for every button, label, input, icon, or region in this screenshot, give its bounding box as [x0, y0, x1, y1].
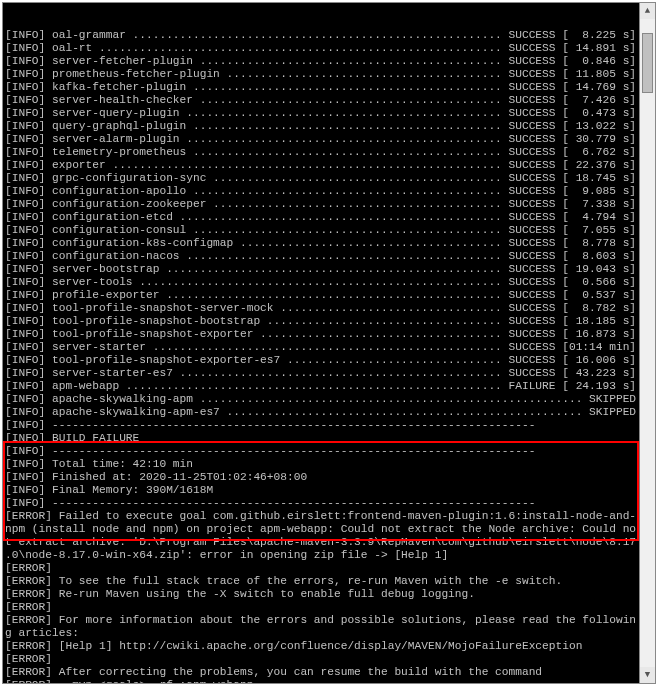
console-line: [ERROR] — [5, 653, 653, 666]
console-line: [INFO] ---------------------------------… — [5, 419, 653, 432]
console-line: [ERROR] [Help 1] http://cwiki.apache.org… — [5, 640, 653, 653]
console-line: [INFO] prometheus-fetcher-plugin .......… — [5, 68, 653, 81]
console-line: [INFO] apm-webapp ......................… — [5, 380, 653, 393]
console-line: [INFO] tool-profile-snapshot-server-mock… — [5, 302, 653, 315]
console-line: [INFO] server-tools ....................… — [5, 276, 653, 289]
console-line: [INFO] Finished at: 2020-11-25T01:02:46+… — [5, 471, 653, 484]
console-line: [INFO] configuration-etcd ..............… — [5, 211, 653, 224]
console-line: [INFO] configuration-zookeeper .........… — [5, 198, 653, 211]
console-line: [INFO] ---------------------------------… — [5, 445, 653, 458]
console-line: [ERROR] — [5, 601, 653, 614]
console-line: [INFO] tool-profile-snapshot-exporter-es… — [5, 354, 653, 367]
console-line: [INFO] tool-profile-snapshot-exporter ..… — [5, 328, 653, 341]
console-line: [ERROR] For more information about the e… — [5, 614, 653, 627]
console-line: npm (install node and npm) on project ap… — [5, 523, 653, 536]
console-line: .0\node-8.17.0-win-x64.zip': error in op… — [5, 549, 653, 562]
console-line: [INFO] oal-grammar .....................… — [5, 29, 653, 42]
console-line: [INFO] configuration-nacos .............… — [5, 250, 653, 263]
console-line: [INFO] server-health-checker ...........… — [5, 94, 653, 107]
console-line: [INFO] configuration-k8s-configmap .....… — [5, 237, 653, 250]
vertical-scrollbar[interactable]: ▲ ▼ — [639, 3, 655, 683]
console-line: [INFO] configuration-apollo ............… — [5, 185, 653, 198]
console-line: [INFO] configuration-consul ............… — [5, 224, 653, 237]
scroll-thumb[interactable] — [642, 33, 653, 93]
console-line: [INFO] kafka-fetcher-plugin ............… — [5, 81, 653, 94]
console-line: [INFO] server-starter ..................… — [5, 341, 653, 354]
console-line: [INFO] Total time: 42:10 min — [5, 458, 653, 471]
console-line: g articles: — [5, 627, 653, 640]
console-line: [INFO] profile-exporter ................… — [5, 289, 653, 302]
console-line: t extract archive: 'D:\Program Files\apa… — [5, 536, 653, 549]
console-line: [INFO] server-starter-es7 ..............… — [5, 367, 653, 380]
scroll-up-button[interactable]: ▲ — [640, 3, 655, 19]
console-line: [INFO] server-fetcher-plugin ...........… — [5, 55, 653, 68]
console-line: [INFO] ---------------------------------… — [5, 497, 653, 510]
console-line: [INFO] grpc-configuration-sync .........… — [5, 172, 653, 185]
console-line: [INFO] server-bootstrap ................… — [5, 263, 653, 276]
console-line: [INFO] query-graphql-plugin ............… — [5, 120, 653, 133]
console-line: [ERROR] After correcting the problems, y… — [5, 666, 653, 679]
console-line: [INFO] apache-skywalking-apm ...........… — [5, 393, 653, 406]
scroll-down-button[interactable]: ▼ — [640, 667, 655, 683]
console-line: [INFO] exporter ........................… — [5, 159, 653, 172]
console-line: [INFO] apache-skywalking-apm-es7 .......… — [5, 406, 653, 419]
terminal-window: [INFO] oal-grammar .....................… — [2, 2, 656, 684]
console-line: [ERROR] Re-run Maven using the -X switch… — [5, 588, 653, 601]
console-line: [INFO] tool-profile-snapshot-bootstrap .… — [5, 315, 653, 328]
console-line: [ERROR] mvn <goals> -rf :apm-webapp — [5, 679, 653, 684]
console-line: [INFO] server-query-plugin .............… — [5, 107, 653, 120]
terminal-output: [INFO] oal-grammar .....................… — [5, 29, 653, 684]
console-line: [INFO] oal-rt ..........................… — [5, 42, 653, 55]
console-line: [ERROR] To see the full stack trace of t… — [5, 575, 653, 588]
console-line: [ERROR] — [5, 562, 653, 575]
console-line: [INFO] server-alarm-plugin .............… — [5, 133, 653, 146]
console-line: [INFO] BUILD FAILURE — [5, 432, 653, 445]
console-line: [INFO] Final Memory: 390M/1618M — [5, 484, 653, 497]
console-line: [INFO] telemetry-prometheus ............… — [5, 146, 653, 159]
console-line: [ERROR] Failed to execute goal com.githu… — [5, 510, 653, 523]
